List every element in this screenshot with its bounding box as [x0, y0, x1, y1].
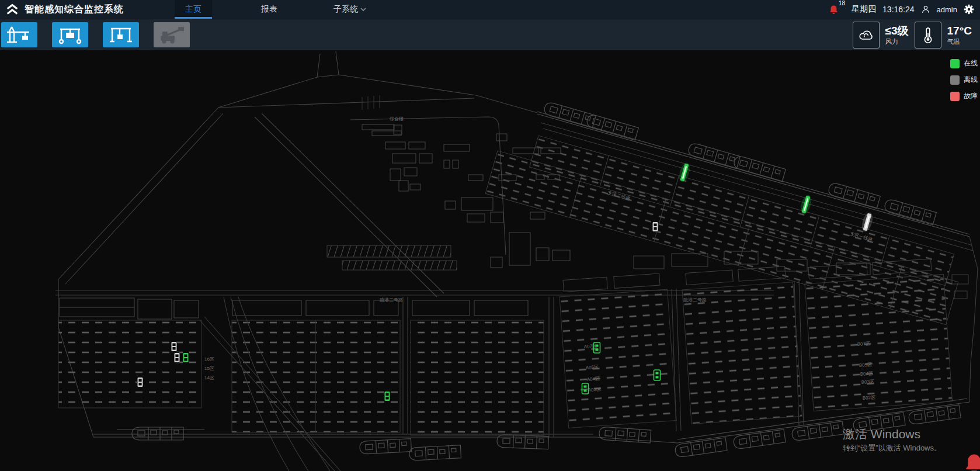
map-area-label: B07区: [857, 341, 871, 347]
marker-truck-offline[interactable]: [137, 378, 143, 387]
map-area-label: 16区: [204, 356, 214, 362]
main-tabs: 主页 报表 子系统: [175, 0, 374, 19]
map-area-label: 疏港二号路: [379, 297, 403, 303]
offline-status-swatch: [950, 75, 960, 85]
map-area-label: 综合楼: [390, 116, 404, 122]
temperature-value: 17°C: [947, 25, 972, 37]
bell-icon: [829, 4, 839, 15]
wind-readout: ≤3级 风力: [885, 22, 909, 48]
rtg-crane-button[interactable]: [52, 22, 88, 47]
fault-status-swatch: [950, 92, 960, 101]
weather-cluster: ≤3级 风力 17°C 气温: [853, 22, 972, 49]
temperature-readout: 17°C 气温: [947, 22, 972, 48]
legend-label: 在线: [964, 58, 978, 68]
marker-truck-online[interactable]: [384, 392, 390, 401]
map-area-label: B03区: [861, 379, 875, 385]
tab-home[interactable]: 主页: [175, 0, 212, 19]
reach-stacker-icon: [158, 25, 186, 45]
wind-label: 风力: [885, 37, 909, 46]
notification-bell[interactable]: 18: [829, 4, 845, 15]
tab-reports[interactable]: 报表: [251, 0, 288, 19]
logo-icon: [5, 2, 20, 17]
app-title: 智能感知综合监控系统: [25, 0, 124, 19]
tab-subsystems[interactable]: 子系统: [325, 0, 374, 19]
map-area-label: B05区: [859, 362, 873, 368]
clock: 13:16:24: [882, 5, 915, 14]
map-area-label: 15区: [204, 366, 214, 371]
map-area-label: A04区: [587, 376, 600, 382]
map-area-label: A05区: [586, 364, 599, 370]
legend-item-fault: 故障: [950, 91, 978, 101]
top-nav-bar: 智能感知综合监控系统 主页 报表 子系统 18 星期四 13:16:24 adm…: [0, 0, 980, 19]
user-icon[interactable]: [921, 5, 930, 14]
notification-badge: 18: [839, 0, 845, 6]
legend-item-offline: 离线: [950, 75, 978, 85]
map-area-label: 疏港二号路: [683, 297, 707, 303]
gear-icon[interactable]: [964, 4, 974, 15]
rtg-crane-icon: [56, 25, 84, 45]
legend-item-online: 在线: [950, 58, 978, 68]
marker-truck-online[interactable]: [183, 353, 189, 363]
temperature-button[interactable]: [915, 22, 941, 49]
marker-truck-offline[interactable]: [171, 342, 177, 352]
rmg-crane-button[interactable]: [103, 22, 139, 47]
map-area-label: 14区: [204, 375, 214, 380]
equipment-buttons: [1, 22, 190, 47]
weekday-label: 星期四: [852, 4, 876, 15]
quay-crane-icon: [5, 25, 33, 45]
legend-label: 故障: [964, 91, 978, 101]
port-map-canvas[interactable]: 综合楼疏港二号路疏港二号路支区一线路支区二线路16区15区14区A07区A05区…: [0, 50, 980, 471]
wind-value: ≤3级: [885, 25, 909, 37]
temperature-label: 气温: [947, 37, 972, 46]
corner-bell-icon[interactable]: [963, 452, 980, 471]
topbar-right-cluster: 18 星期四 13:16:24 admin: [829, 0, 974, 19]
legend-label: 离线: [964, 75, 978, 85]
marker-truck-offline[interactable]: [652, 222, 658, 232]
username[interactable]: admin: [937, 5, 957, 14]
status-legend: 在线离线故障: [950, 58, 978, 108]
thermometer-icon: [922, 27, 934, 43]
equipment-toolbar: ≤3级 风力 17°C 气温: [0, 19, 980, 50]
map-area-label: A07区: [584, 343, 597, 349]
map-area-label: A03区: [588, 386, 602, 393]
quay-crane-button[interactable]: [1, 22, 37, 47]
cloud-icon: [859, 29, 874, 41]
reach-stacker-button[interactable]: [154, 22, 190, 47]
wind-button[interactable]: [853, 22, 880, 49]
marker-truck-offline[interactable]: [174, 353, 180, 363]
map-area-label: B04区: [860, 370, 874, 377]
chevron-down-icon: [360, 0, 366, 18]
map-area-label: B02区: [863, 394, 876, 401]
rmg-crane-icon: [107, 25, 135, 45]
online-status-swatch: [950, 59, 960, 68]
map-linework: [55, 51, 978, 471]
